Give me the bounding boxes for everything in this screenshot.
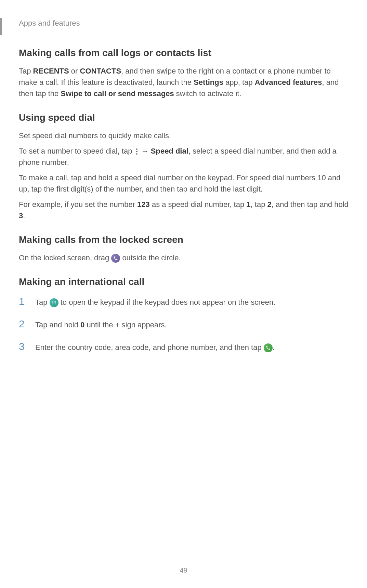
step-3: 3 Enter the country code, area code, and…	[19, 341, 350, 353]
svg-point-2	[55, 301, 55, 302]
svg-point-4	[53, 302, 54, 303]
text: switch to activate it.	[174, 89, 241, 98]
text: .	[23, 211, 25, 220]
bold-2: 2	[267, 200, 271, 209]
text: To set a number to speed dial, tap	[19, 147, 134, 155]
breadcrumb: Apps and features	[19, 19, 350, 28]
more-options-icon	[134, 148, 139, 155]
text: , and then tap and hold	[272, 200, 349, 209]
call-icon	[264, 343, 273, 352]
step-1: 1 Tap to open the keypad if the keypad d…	[19, 296, 350, 308]
bold-recents: RECENTS	[33, 67, 69, 75]
svg-point-1	[53, 301, 54, 302]
svg-point-0	[52, 301, 53, 302]
heading-locked-screen: Making calls from the locked screen	[19, 234, 350, 245]
arrow: →	[139, 147, 151, 155]
bold-1: 1	[246, 200, 250, 209]
bold-swipe: Swipe to call or send messages	[61, 89, 174, 98]
steps-list: 1 Tap to open the keypad if the keypad d…	[19, 296, 350, 353]
paragraph-locked-screen: On the locked screen, drag outside the c…	[19, 252, 350, 263]
svg-point-8	[55, 304, 55, 304]
step-2: 2 Tap and hold 0 until the + sign appear…	[19, 318, 350, 330]
text: Tap	[19, 67, 33, 75]
bold-advanced: Advanced features	[255, 78, 322, 87]
text: .	[273, 343, 275, 352]
svg-point-3	[52, 302, 53, 303]
heading-international: Making an international call	[19, 276, 350, 287]
phone-icon	[111, 254, 120, 263]
bold-speed-dial: Speed dial	[151, 147, 188, 155]
text: until the + sign appears.	[84, 321, 167, 329]
step-1-text: Tap to open the keypad if the keypad doe…	[35, 297, 350, 308]
bold-3: 3	[19, 211, 23, 220]
text: Tap	[35, 298, 50, 306]
text: as a speed dial number, tap	[150, 200, 247, 209]
paragraph-speed-dial-2: To set a number to speed dial, tap → Spe…	[19, 145, 350, 168]
paragraph-speed-dial-3: To make a call, tap and hold a speed dia…	[19, 172, 350, 195]
text: Enter the country code, area code, and p…	[35, 343, 264, 352]
step-number-1: 1	[19, 296, 32, 307]
paragraph-speed-dial-1: Set speed dial numbers to quickly make c…	[19, 130, 350, 141]
keypad-icon	[50, 298, 58, 307]
side-accent-bar	[0, 18, 2, 35]
svg-point-7	[53, 304, 54, 304]
text: , tap	[251, 200, 267, 209]
bold-contacts: CONTACTS	[80, 67, 121, 75]
heading-speed-dial: Using speed dial	[19, 112, 350, 123]
step-number-3: 3	[19, 341, 32, 352]
heading-call-logs: Making calls from call logs or contacts …	[19, 48, 350, 58]
bold-settings: Settings	[194, 78, 223, 87]
text: outside the circle.	[120, 253, 181, 262]
step-2-text: Tap and hold 0 until the + sign appears.	[35, 319, 350, 330]
text: to open the keypad if the keypad does no…	[58, 298, 276, 306]
bold-123: 123	[137, 200, 150, 209]
page-number: 49	[180, 566, 187, 574]
bold-0: 0	[80, 321, 84, 329]
text: or	[69, 67, 80, 75]
text: app, tap	[223, 78, 255, 87]
text: For example, if you set the number	[19, 200, 137, 209]
text: Tap and hold	[35, 321, 80, 329]
svg-point-6	[52, 304, 53, 304]
paragraph-speed-dial-4: For example, if you set the number 123 a…	[19, 199, 350, 221]
paragraph-call-logs: Tap RECENTS or CONTACTS, and then swipe …	[19, 65, 350, 99]
text: On the locked screen, drag	[19, 253, 111, 262]
svg-point-5	[55, 302, 55, 303]
step-number-2: 2	[19, 318, 32, 330]
step-3-text: Enter the country code, area code, and p…	[35, 342, 350, 353]
